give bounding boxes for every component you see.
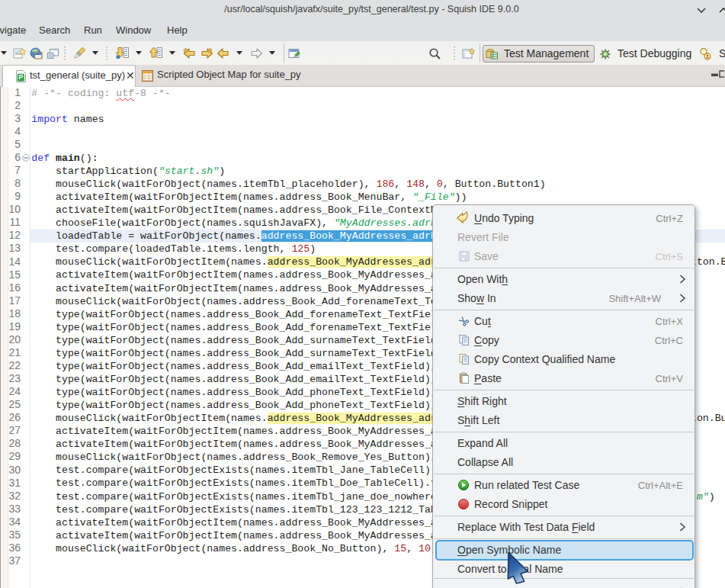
svg-text:P: P — [18, 73, 23, 81]
